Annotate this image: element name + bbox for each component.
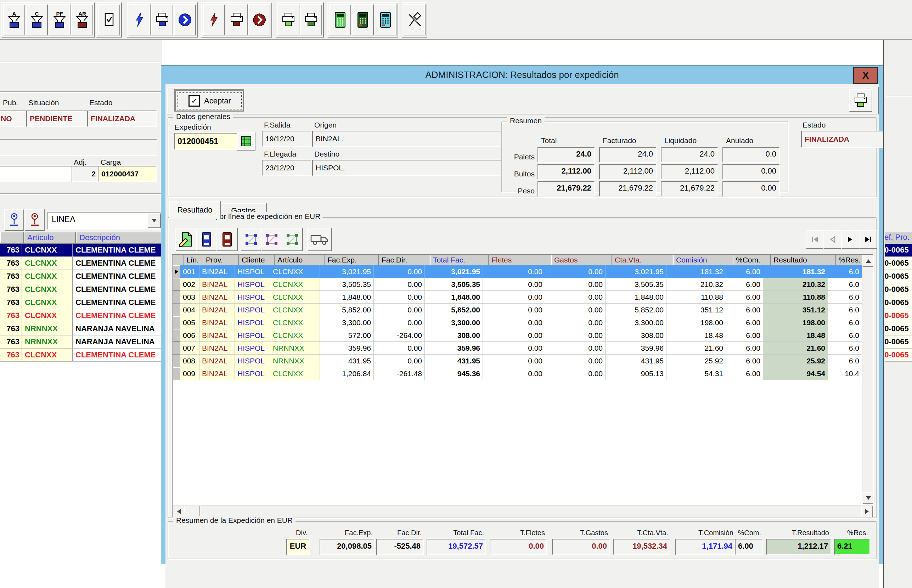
column-header[interactable]: Prov. xyxy=(203,255,239,265)
table-row[interactable]: 20-0065 xyxy=(885,309,912,322)
scroll-right-button[interactable] xyxy=(861,506,873,517)
column-header[interactable]: Artículo xyxy=(275,255,325,265)
table-row[interactable]: 20-0065 xyxy=(885,270,912,283)
pin-blue-button[interactable] xyxy=(4,209,24,231)
table-row[interactable]: 763CLCNXXCLEMENTINA CLEME xyxy=(0,296,162,309)
carga-field[interactable]: 012000437 xyxy=(98,166,157,182)
accept-button[interactable]: ✓ Aceptar xyxy=(176,90,244,111)
table-row[interactable]: 763CLCNXXCLEMENTINA CLEME xyxy=(0,270,162,283)
go-blue-button[interactable] xyxy=(174,4,196,36)
situacion-field[interactable]: PENDIENTE xyxy=(26,110,89,127)
print-lightgreen-button[interactable] xyxy=(277,4,299,36)
fsalida-field[interactable]: 19/12/20 xyxy=(262,131,311,147)
pub-field[interactable]: NO xyxy=(0,110,27,127)
record-selector[interactable] xyxy=(173,355,180,367)
expedicion-field[interactable]: 012000451 xyxy=(174,133,239,150)
record-selector[interactable] xyxy=(173,291,180,304)
calculator-darkgreen-button[interactable] xyxy=(352,4,374,36)
print-dialog-button[interactable] xyxy=(849,89,872,112)
doc-blue-button[interactable] xyxy=(196,228,217,251)
record-selector[interactable] xyxy=(173,316,180,329)
combobox-dropdown-button[interactable] xyxy=(147,213,161,228)
left-col-articulo-header[interactable]: Artículo xyxy=(24,232,76,244)
column-header[interactable]: %Com. xyxy=(733,255,771,265)
column-header[interactable]: Comisión xyxy=(673,255,733,265)
table-row[interactable]: 008BIN2ALHISPOLNRNNXX431.950.00431.950.0… xyxy=(173,355,873,367)
doc-red-button[interactable] xyxy=(217,228,238,251)
column-header[interactable]: Cta.Vta. xyxy=(612,255,673,265)
run-red-button[interactable] xyxy=(203,4,225,36)
column-header[interactable]: Total Fac. xyxy=(430,255,488,265)
record-selector[interactable] xyxy=(173,304,180,316)
print-darkgreen-button[interactable] xyxy=(300,4,322,36)
run-blue-button[interactable] xyxy=(129,4,150,36)
calculator-green-button[interactable] xyxy=(329,4,351,36)
adj-field[interactable]: 2 xyxy=(71,166,99,182)
table-row[interactable]: 763CLCNXXCLEMENTINA CLEME xyxy=(0,257,162,270)
table-row[interactable]: 763CLCNXXCLEMENTINA CLEME xyxy=(0,349,162,362)
mail-ar-button[interactable]: AR xyxy=(71,4,93,36)
column-header[interactable]: Fac.Dir. xyxy=(379,255,430,265)
nav-first-button[interactable] xyxy=(806,230,824,249)
pin-red-button[interactable] xyxy=(25,209,45,231)
scroll-down-button[interactable] xyxy=(862,492,874,504)
tab-resultado[interactable]: Resultado xyxy=(169,201,221,219)
nav-last-button[interactable] xyxy=(859,230,877,249)
table-row[interactable]: 763NRNNXXNARANJA NAVELINA xyxy=(0,336,162,349)
record-selector[interactable] xyxy=(173,278,180,291)
select-frame-green-button[interactable] xyxy=(282,228,303,251)
column-header[interactable]: Gastos xyxy=(551,255,612,265)
table-row[interactable]: 763CLCNXXCLEMENTINA CLEME xyxy=(0,244,162,257)
table-row[interactable]: 763CLCNXXCLEMENTINA CLEME xyxy=(0,309,162,322)
nav-next-button[interactable] xyxy=(841,230,860,249)
print-blue-button[interactable] xyxy=(151,4,173,36)
export-edit-button[interactable] xyxy=(175,228,197,251)
origen-field[interactable]: BIN2AL. xyxy=(312,131,501,147)
table-row[interactable]: 20-0065 xyxy=(885,336,912,349)
fllegada-field[interactable]: 23/12/20 xyxy=(262,160,311,176)
record-selector[interactable] xyxy=(173,265,180,278)
table-row[interactable]: 004BIN2ALHISPOLCLCNXX5,852.000.005,852.0… xyxy=(173,304,873,316)
empty-field[interactable] xyxy=(0,166,74,182)
table-row[interactable]: 20-0065 xyxy=(885,322,912,336)
right-col-header[interactable]: ef. Pro. xyxy=(885,232,912,245)
table-row[interactable]: 20-0065 xyxy=(885,257,912,270)
filter-combobox[interactable]: LINEA xyxy=(47,212,162,229)
table-row[interactable]: 20-0065 xyxy=(885,349,912,362)
empty-wide-field[interactable] xyxy=(0,139,157,156)
table-row[interactable]: 002BIN2ALHISPOLCLCNXX3,505.350.003,505.3… xyxy=(173,278,873,291)
calculator-cyan-button[interactable] xyxy=(375,4,396,36)
table-row[interactable]: 006BIN2ALHISPOLCLCNXX572.00-264.00308.00… xyxy=(173,329,873,342)
truck-button[interactable] xyxy=(307,228,332,251)
scroll-up-button[interactable] xyxy=(862,255,874,267)
scroll-left-button[interactable] xyxy=(173,506,184,517)
check-button[interactable] xyxy=(98,4,120,36)
record-selector[interactable] xyxy=(173,329,180,342)
column-header[interactable]: Fletes xyxy=(488,255,551,265)
column-header[interactable]: Lín. xyxy=(184,255,203,265)
select-frame-purple-button[interactable] xyxy=(261,228,282,251)
table-row[interactable]: 003BIN2ALHISPOLCLCNXX1,848.000.001,848.0… xyxy=(173,291,873,304)
table-row[interactable]: 763CLCNXXCLEMENTINA CLEME xyxy=(0,283,162,296)
table-row[interactable]: 763NRNNXXNARANJA NAVELINA xyxy=(0,322,162,336)
table-row[interactable]: 20-0065 xyxy=(885,244,912,257)
close-button[interactable]: X xyxy=(853,67,878,84)
nav-prev-button[interactable] xyxy=(823,230,842,249)
table-row[interactable]: 007BIN2ALHISPOLNRNNXX359.960.00359.960.0… xyxy=(173,342,873,355)
table-row[interactable]: 001BIN2ALHISPOLCLCNXX3,021.950.003,021.9… xyxy=(173,265,873,278)
column-header[interactable]: Cliente xyxy=(239,255,275,265)
dialog-titlebar[interactable]: ADMINISTRACION: Resultados por expedició… xyxy=(161,66,883,84)
record-selector[interactable] xyxy=(173,342,180,355)
destino-field[interactable]: HISPOL. xyxy=(312,160,501,176)
column-header[interactable]: Fac.Exp. xyxy=(325,255,379,265)
estado-field[interactable]: FINALIZADA xyxy=(87,110,157,127)
table-row[interactable]: 20-0065 xyxy=(885,296,912,309)
mail-c-button[interactable]: C xyxy=(26,4,48,36)
scrollbar-thumb[interactable] xyxy=(184,506,200,517)
unpin-button[interactable] xyxy=(404,4,425,36)
horizontal-scrollbar[interactable] xyxy=(173,505,873,517)
table-row[interactable]: 009BIN2ALHISPOLCLCNXX1,206.84-261.48945.… xyxy=(173,367,873,380)
select-frame-blue-button[interactable] xyxy=(241,228,262,251)
table-row[interactable]: 005BIN2ALHISPOLCLCNXX3,300.000.003,300.0… xyxy=(173,316,873,329)
vertical-scrollbar[interactable] xyxy=(862,255,873,504)
